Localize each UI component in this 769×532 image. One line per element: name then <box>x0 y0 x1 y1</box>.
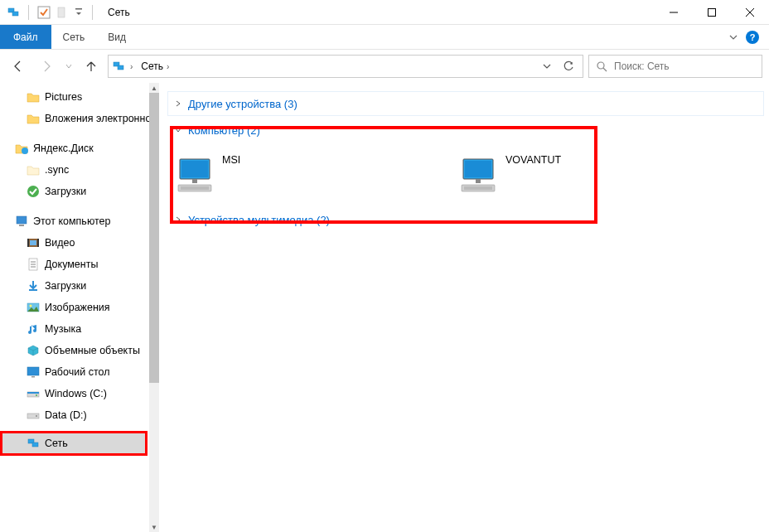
search-icon <box>596 60 607 72</box>
qat-item-icon[interactable] <box>56 6 69 19</box>
search-input[interactable] <box>614 60 755 72</box>
chevron-down-icon <box>173 127 183 133</box>
sidebar-item[interactable]: Изображения <box>0 297 149 318</box>
scrollbar[interactable]: ▲ ▼ <box>149 83 159 532</box>
chevron-right-icon[interactable]: › <box>167 62 169 71</box>
doc-icon <box>27 258 40 271</box>
sidebar-item[interactable]: .sync <box>0 159 149 181</box>
sidebar-item-label: Windows (C:) <box>45 388 107 399</box>
help-button[interactable]: ? <box>746 31 759 44</box>
sidebar-item[interactable]: Загрузки <box>0 275 149 297</box>
search-box[interactable] <box>588 55 762 78</box>
sidebar-item-label: Pictures <box>45 91 82 103</box>
sidebar-item[interactable]: Data (D:) <box>0 404 149 426</box>
scroll-down-icon[interactable]: ▼ <box>149 522 159 532</box>
sidebar-item-label: Data (D:) <box>45 409 87 421</box>
up-button[interactable] <box>80 55 103 78</box>
titlebar: Сеть <box>0 0 769 25</box>
pc-icon <box>15 215 28 228</box>
address-bar[interactable]: › Сеть › <box>108 55 583 78</box>
sidebar-item-label: Яндекс.Диск <box>33 143 94 154</box>
sidebar-item-label: Загрузки <box>45 280 86 292</box>
section-multimedia[interactable]: Устройства мультимедиа (2) <box>167 207 764 232</box>
sidebar-item-label: Изображения <box>45 302 110 313</box>
section-computers[interactable]: Компьютер (2) <box>167 118 764 143</box>
chevron-right-icon <box>173 216 183 223</box>
computer-icon <box>456 152 501 197</box>
svg-rect-20 <box>30 240 36 245</box>
svg-rect-3 <box>58 7 65 17</box>
svg-rect-4 <box>75 8 82 10</box>
content-area: Другие устройства (3) Компьютер (2) MSIV… <box>159 83 769 532</box>
check-icon <box>27 185 40 198</box>
music-icon <box>27 322 40 336</box>
svg-rect-31 <box>27 392 39 394</box>
sidebar-item[interactable]: Музыка <box>0 318 149 340</box>
image-icon <box>27 301 40 314</box>
back-button[interactable] <box>7 55 30 78</box>
video-icon <box>27 236 40 249</box>
qat-dropdown-icon[interactable] <box>74 8 84 17</box>
sidebar: PicturesВложения электронной почтыЯндекс… <box>0 83 159 532</box>
file-tab[interactable]: Файл <box>0 25 51 49</box>
computer-item[interactable]: MSI <box>169 149 444 201</box>
minimize-button[interactable] <box>655 0 693 25</box>
sidebar-item[interactable]: Рабочий стол <box>0 361 149 383</box>
sidebar-item[interactable]: Документы <box>0 254 149 275</box>
sidebar-item[interactable]: Pictures <box>0 86 149 108</box>
sidebar-item[interactable]: Этот компьютер <box>0 210 149 232</box>
recent-dropdown-icon[interactable] <box>63 55 75 78</box>
svg-rect-28 <box>27 367 39 375</box>
svg-rect-19 <box>37 239 39 247</box>
scroll-up-icon[interactable]: ▲ <box>149 83 159 93</box>
address-dropdown-icon[interactable] <box>536 56 558 77</box>
svg-rect-46 <box>464 186 492 190</box>
close-button[interactable] <box>731 0 769 25</box>
sidebar-item[interactable]: Объемные объекты <box>0 340 149 361</box>
svg-rect-10 <box>118 65 123 70</box>
sidebar-item-label: Загрузки <box>45 186 86 197</box>
tab-view[interactable]: Вид <box>96 25 138 49</box>
folder-icon <box>27 112 40 125</box>
yandex-icon <box>15 142 28 155</box>
svg-rect-1 <box>12 12 18 16</box>
cube-icon <box>27 344 40 357</box>
svg-rect-6 <box>709 8 716 16</box>
expand-ribbon-icon[interactable] <box>729 33 738 41</box>
breadcrumb[interactable]: Сеть › <box>138 60 172 72</box>
sidebar-item-label: .sync <box>45 164 69 176</box>
tab-network[interactable]: Сеть <box>51 25 97 49</box>
download-icon <box>27 279 40 293</box>
desktop-icon <box>27 365 40 379</box>
maximize-button[interactable] <box>693 0 731 25</box>
scrollbar-thumb[interactable] <box>149 93 159 383</box>
sidebar-item[interactable]: Загрузки <box>0 181 149 202</box>
computer-icon <box>172 152 217 197</box>
sidebar-item-label: Сеть <box>45 438 68 449</box>
folder-light-icon <box>27 163 40 177</box>
computer-name: VOVANTUT <box>505 152 561 166</box>
folder-icon <box>27 90 40 104</box>
section-other-devices[interactable]: Другие устройства (3) <box>167 91 764 116</box>
svg-point-14 <box>27 186 39 197</box>
forward-button[interactable] <box>35 55 58 78</box>
svg-rect-43 <box>465 161 491 177</box>
computer-item[interactable]: VOVANTUT <box>452 149 728 201</box>
sidebar-item[interactable]: Windows (C:) <box>0 383 149 404</box>
svg-point-13 <box>22 148 28 154</box>
network-icon <box>7 6 20 19</box>
sidebar-item[interactable]: Вложения электронной почты <box>0 108 149 129</box>
sidebar-item-label: Вложения электронной почты <box>45 113 149 124</box>
sidebar-item[interactable]: Сеть <box>0 431 148 456</box>
ribbon: Файл Сеть Вид ? <box>0 25 769 50</box>
properties-checkbox-icon[interactable] <box>37 6 51 19</box>
sidebar-item[interactable]: Яндекс.Диск <box>0 138 149 159</box>
chevron-right-icon <box>173 100 183 107</box>
svg-rect-29 <box>31 376 35 378</box>
svg-rect-44 <box>476 179 481 183</box>
sidebar-item[interactable]: Видео <box>0 232 149 254</box>
chevron-right-icon[interactable]: › <box>130 62 133 71</box>
svg-point-11 <box>597 62 604 69</box>
refresh-button[interactable] <box>558 56 579 77</box>
sidebar-item-label: Этот компьютер <box>33 215 110 227</box>
